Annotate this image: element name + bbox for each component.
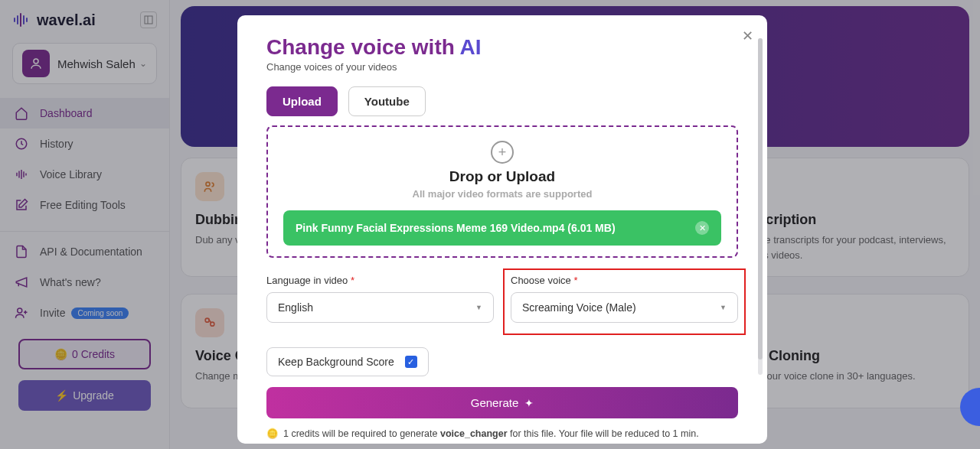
language-label: Language in video * bbox=[266, 275, 494, 286]
keep-background-score[interactable]: Keep Background Score ✓ bbox=[266, 347, 429, 376]
caret-down-icon: ▼ bbox=[475, 304, 482, 311]
caret-down-icon: ▼ bbox=[720, 304, 727, 311]
generate-label: Generate bbox=[471, 396, 519, 409]
modal-subtitle: Change voices of your videos bbox=[266, 61, 738, 73]
tab-upload[interactable]: Upload bbox=[266, 86, 338, 116]
voice-value: Screaming Voice (Male) bbox=[522, 301, 636, 314]
modal-title: Change voice with AI bbox=[266, 35, 738, 60]
language-select[interactable]: English ▼ bbox=[266, 292, 494, 323]
uploaded-file-chip: Pink Funny Facial Expressions Meme 169 V… bbox=[283, 210, 721, 246]
voice-select[interactable]: Screaming Voice (Male) ▼ bbox=[511, 292, 738, 323]
upload-dropzone[interactable]: + Drop or Upload All major video formats… bbox=[266, 125, 738, 258]
bg-score-label: Keep Background Score bbox=[278, 356, 394, 368]
sparkle-icon: ✦ bbox=[524, 397, 534, 409]
drop-subtitle: All major video formats are supported bbox=[276, 188, 729, 200]
credits-note: 🪙 1 credits will be required to generate… bbox=[266, 428, 738, 439]
drop-title: Drop or Upload bbox=[276, 168, 729, 185]
credits-note-text-1: 1 credits will be required to generate bbox=[283, 428, 440, 439]
language-group: Language in video * English ▼ bbox=[266, 275, 494, 323]
tab-youtube[interactable]: Youtube bbox=[348, 86, 426, 116]
source-tabs: Upload Youtube bbox=[266, 86, 738, 116]
plus-icon: + bbox=[491, 141, 514, 164]
remove-file-button[interactable]: ✕ bbox=[695, 221, 709, 235]
language-value: English bbox=[278, 301, 313, 314]
coin-icon: 🪙 bbox=[266, 428, 279, 439]
generate-button[interactable]: Generate ✦ bbox=[266, 387, 738, 418]
credits-note-text-2: for this file. Your file will be reduced… bbox=[508, 428, 699, 439]
file-name: Pink Funny Facial Expressions Meme 169 V… bbox=[296, 222, 695, 234]
close-icon[interactable]: ✕ bbox=[742, 28, 753, 44]
modal-title-ai: AI bbox=[460, 35, 482, 59]
form-row: Language in video * English ▼ Choose voi… bbox=[266, 275, 738, 323]
checkbox-checked-icon[interactable]: ✓ bbox=[405, 356, 417, 368]
change-voice-modal: ✕ Change voice with AI Change voices of … bbox=[237, 15, 767, 444]
modal-title-main: Change voice with bbox=[266, 35, 460, 59]
voice-label: Choose voice * bbox=[511, 275, 738, 286]
credits-note-bold: voice_changer bbox=[440, 428, 508, 439]
modal-scrollbar[interactable] bbox=[758, 38, 763, 375]
